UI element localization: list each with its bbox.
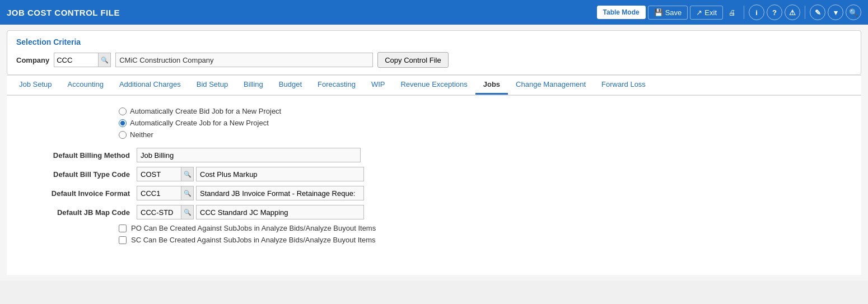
radio-item-auto-job: Automatically Create Job for a New Proje… [119,119,861,127]
company-code-field: 🔍 [54,53,111,67]
tab-billing[interactable]: Billing [236,76,271,95]
radio-label-auto-bid: Automatically Create Bid Job for a New P… [130,107,281,115]
search-header-button[interactable]: 🔍 [846,4,861,20]
selection-criteria-box: Selection Criteria Company 🔍 Copy Contro… [7,30,861,75]
field-label-0: Default Billing Method [29,151,130,160]
radio-item-neither: Neither [119,130,861,139]
radio-auto-job[interactable] [119,119,127,127]
radio-label-neither: Neither [130,130,153,139]
company-search-button[interactable]: 🔍 [99,53,111,67]
tab-accounting[interactable]: Accounting [60,76,111,95]
field-desc-input-2[interactable] [196,186,364,200]
tab-wip[interactable]: WIP [363,76,393,95]
field-row-3: Default JB Map Code🔍 [7,205,861,219]
radio-item-auto-bid: Automatically Create Bid Job for a New P… [119,107,861,115]
checkbox-item-sc-sub: SC Can Be Created Against SubJobs in Ana… [119,236,861,244]
field-label-2: Default Invoice Format [29,189,130,198]
checkbox-po-sub[interactable] [119,225,127,232]
field-row-1: Default Bill Type Code🔍 [7,167,861,181]
field-desc-input-3[interactable] [196,205,364,219]
tab-forecasting[interactable]: Forecasting [310,76,363,95]
field-code-wrapper-3: 🔍 [137,205,194,219]
table-mode-button[interactable]: Table Mode [597,6,646,19]
field-search-button-2[interactable]: 🔍 [181,186,194,200]
exit-icon: ↗ [696,8,702,17]
info-icon: i [755,8,758,17]
radio-neither[interactable] [119,131,127,139]
tab-additional-charges[interactable]: Additional Charges [111,76,189,95]
search-icon: 🔍 [184,171,192,178]
warning-button[interactable]: ⚠ [785,4,800,20]
main-content: Selection Criteria Company 🔍 Copy Contro… [0,25,868,280]
chevron-down-icon: ▾ [834,8,838,17]
help-icon: ? [772,8,777,17]
header-actions: Table Mode 💾 Save ↗ Exit 🖨 i ? ⚠ ✎ ▾ [597,4,861,20]
checkbox-label-sc-sub: SC Can Be Created Against SubJobs in Ana… [131,236,375,244]
help-button[interactable]: ? [767,4,782,20]
search-icon: 🔍 [184,190,192,197]
tabs-bar: Job SetupAccountingAdditional ChargesBid… [7,75,861,96]
header-divider-2 [805,6,805,19]
field-search-button-1[interactable]: 🔍 [181,167,194,181]
job-creation-radio-group: Automatically Create Bid Job for a New P… [119,107,861,139]
tab-jobs[interactable]: Jobs [475,76,508,95]
form-area: Automatically Create Bid Job for a New P… [7,96,861,275]
search-header-icon: 🔍 [849,8,858,17]
radio-auto-bid[interactable] [119,107,127,115]
field-search-button-3[interactable]: 🔍 [181,205,194,219]
radio-label-auto-job: Automatically Create Job for a New Proje… [130,119,269,127]
field-row-0: Default Billing Method [7,148,861,162]
field-code-input-3[interactable] [137,205,181,219]
save-icon: 💾 [654,8,663,17]
search-icon: 🔍 [184,209,192,216]
field-desc-input-1[interactable] [196,167,364,181]
tab-forward-loss[interactable]: Forward Loss [594,76,654,95]
field-code-wrapper-2: 🔍 [137,186,194,200]
checkbox-group: PO Can Be Created Against SubJobs in Ana… [119,224,861,244]
company-code-input[interactable] [54,53,99,67]
tab-bid-setup[interactable]: Bid Setup [189,76,236,95]
edit-button[interactable]: ✎ [810,4,825,20]
header-divider [744,6,744,19]
copy-control-file-button[interactable]: Copy Control File [377,52,448,68]
search-icon: 🔍 [101,57,109,64]
selection-row: Company 🔍 Copy Control File [16,52,852,68]
checkbox-item-po-sub: PO Can Be Created Against SubJobs in Ana… [119,224,861,232]
checkbox-label-po-sub: PO Can Be Created Against SubJobs in Ana… [131,224,376,232]
field-label-1: Default Bill Type Code [29,170,130,179]
tab-change-management[interactable]: Change Management [508,76,594,95]
field-label-3: Default JB Map Code [29,208,130,217]
info-button[interactable]: i [749,4,764,20]
selection-criteria-title: Selection Criteria [16,38,852,46]
tab-job-setup[interactable]: Job Setup [11,76,60,95]
field-input-0[interactable] [137,148,361,162]
checkbox-sc-sub[interactable] [119,236,127,244]
tab-revenue-exceptions[interactable]: Revenue Exceptions [393,76,475,95]
exit-button[interactable]: ↗ Exit [690,6,723,20]
save-button[interactable]: 💾 Save [648,6,688,20]
field-row-2: Default Invoice Format🔍 [7,186,861,200]
field-code-input-1[interactable] [137,167,181,181]
company-label: Company [16,56,49,64]
warning-icon: ⚠ [789,8,796,17]
field-code-input-2[interactable] [137,186,181,200]
print-button[interactable]: 🖨 [725,6,739,19]
company-name-input[interactable] [115,53,373,67]
app-title: JOB COST CONTROL FILE [7,8,597,17]
edit-icon: ✎ [815,8,821,17]
app-header: JOB COST CONTROL FILE Table Mode 💾 Save … [0,0,868,25]
tab-budget[interactable]: Budget [271,76,310,95]
dropdown-button[interactable]: ▾ [828,4,843,20]
print-icon: 🖨 [729,8,736,17]
field-code-wrapper-1: 🔍 [137,167,194,181]
